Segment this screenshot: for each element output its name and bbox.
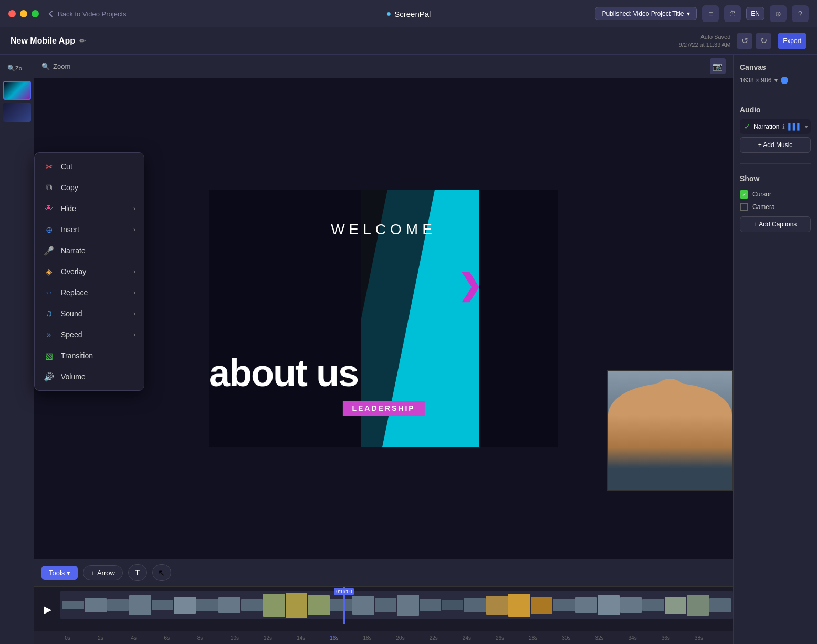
text-tool-button[interactable]: T [128,564,147,581]
thumbnail-item-1[interactable] [3,81,31,100]
menu-item-hide[interactable]: 👁 Hide › [35,198,144,219]
redo-button[interactable]: ↻ [756,33,771,49]
list-icon[interactable]: ≡ [702,5,719,22]
copy-label: Copy [61,183,135,192]
export-button[interactable]: Export [778,33,806,49]
screenpal-logo-icon: ● [386,9,392,18]
history-icon[interactable]: ⏱ [724,5,741,22]
help-icon[interactable]: ? [792,5,809,22]
wbar [598,595,619,615]
waveform-container [60,591,733,619]
menu-item-transition[interactable]: ▧ Transition [35,345,144,366]
canvas-section: Canvas 1638 × 986 ▾ [740,63,811,84]
zoom-control[interactable]: 🔍 Zo [3,59,26,78]
overlay-icon: ◈ [43,266,55,277]
cursor-tool-button[interactable]: ↖ [152,564,171,581]
cursor-checkbox[interactable]: ✓ [740,190,748,199]
audio-section: Audio ✓ Narration ℹ ▌▌▌ ▾ + Add Music [740,106,811,153]
edit-project-icon[interactable]: ✏ [79,37,86,45]
back-button[interactable]: Back to Video Projects [47,10,127,18]
speed-icon: » [43,329,55,340]
leadership-badge: LEADERSHIP [342,401,424,416]
canvas-color-dot[interactable] [781,77,788,84]
app-logo: ● ScreenPal [386,9,431,18]
wbar-highlight [286,593,307,618]
ruler-mark-4s: 4s [131,635,164,641]
ruler-mark-20s: 20s [396,635,430,641]
camera-checkbox[interactable] [740,203,748,211]
menu-item-speed[interactable]: » Speed › [35,324,144,345]
wbar-orange [486,596,508,614]
camera-row: Camera [740,201,811,213]
wbar [620,597,642,613]
menu-item-volume[interactable]: 🔊 Volume [35,366,144,387]
undo-button[interactable]: ↺ [737,33,752,49]
back-label: Back to Video Projects [58,10,127,18]
timeline-timestamp: 0:16:00 [334,588,354,595]
ruler-mark-36s: 36s [662,635,695,641]
timeline: ▶ [34,586,733,644]
arrow-button[interactable]: + Arrow [83,565,123,580]
published-button[interactable]: Published: Video Project Title ▾ [595,7,697,20]
narration-chevron-icon[interactable]: ▾ [805,123,808,130]
hide-label: Hide [61,204,127,213]
menu-item-replace[interactable]: ↔ Replace › [35,282,144,303]
close-button[interactable] [8,10,16,17]
layers-icon[interactable]: ⊕ [770,5,787,22]
ruler-mark-16s: 16s [330,635,363,641]
project-name: New Mobile App [11,36,75,46]
wbar [642,599,664,611]
cursor-row: ✓ Cursor [740,188,811,201]
timeline-track[interactable]: 0:16:00 [60,587,733,624]
cut-label: Cut [61,162,135,171]
menu-item-insert[interactable]: ⊕ Insert › [35,219,144,240]
right-panel: Canvas 1638 × 986 ▾ Audio ✓ Narration ℹ … [733,55,817,644]
webcam-person [608,371,732,490]
add-captions-button[interactable]: + Add Captions [740,216,811,232]
screenshot-button[interactable]: 📷 [710,58,726,74]
menu-item-narrate[interactable]: 🎤 Narrate [35,240,144,261]
ruler-mark-24s: 24s [463,635,496,641]
narration-check-icon: ✓ [744,122,750,131]
wbar [397,595,418,616]
wbar [420,599,441,611]
wbar-orange [508,594,530,616]
insert-icon: ⊕ [43,224,55,235]
canvas-toolbar: 🔍 Zoom 📷 [34,55,733,78]
tools-button[interactable]: Tools ▾ [41,566,78,580]
maximize-button[interactable] [32,10,39,17]
person-silhouette [608,383,732,490]
arrow-label: Arrow [97,569,115,577]
replace-icon: ↔ [43,287,55,298]
minimize-button[interactable] [20,10,27,17]
wbar [174,597,195,614]
chevron-down-icon: ▾ [687,10,690,17]
ruler-mark-14s: 14s [297,635,330,641]
wbar [352,596,374,614]
ruler-mark-2s: 2s [98,635,131,641]
menu-item-sound[interactable]: ♫ Sound › [35,303,144,324]
wbar [129,595,151,615]
titlebar-actions: Published: Video Project Title ▾ ≡ ⏱ EN … [595,5,809,22]
transition-label: Transition [61,351,135,360]
volume-label: Volume [61,372,135,381]
thumbnail-item-2[interactable] [3,103,31,122]
menu-item-copy[interactable]: ⧉ Copy [35,177,144,198]
ruler-mark-0s: 0s [65,635,98,641]
divider-2 [740,163,811,164]
context-menu: ✂ Cut ⧉ Copy 👁 Hide › ⊕ Insert › 🎤 Narra… [34,152,144,391]
menu-item-overlay[interactable]: ◈ Overlay › [35,261,144,282]
wbar [62,601,84,609]
info-icon[interactable]: ℹ [782,123,785,130]
project-header: New Mobile App ✏ Auto Saved 9/27/22 at 1… [0,27,817,55]
webcam-overlay[interactable] [607,370,733,491]
audio-bars-icon: ▌▌▌ [788,123,802,130]
wbar [330,599,352,611]
menu-item-cut[interactable]: ✂ Cut [35,156,144,177]
add-music-button[interactable]: + Add Music [740,137,811,153]
ruler-mark-8s: 8s [197,635,231,641]
play-button[interactable]: ▶ [39,603,56,616]
wbar [665,597,686,614]
language-button[interactable]: EN [746,7,764,20]
wbar [218,597,240,613]
